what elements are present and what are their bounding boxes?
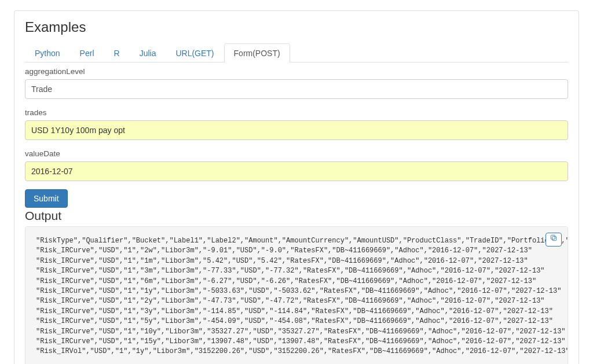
aggregation-level-input[interactable]: [25, 79, 568, 99]
trades-label: trades: [25, 108, 568, 117]
copy-button[interactable]: [546, 233, 562, 247]
language-tabs: Python Perl R Julia URL(GET) Form(POST): [25, 43, 568, 62]
examples-panel: Examples Python Perl R Julia URL(GET) Fo…: [14, 10, 579, 364]
tab-r[interactable]: R: [104, 43, 130, 62]
copy-icon: [550, 234, 558, 245]
aggregation-level-label: aggregationLevel: [25, 67, 568, 76]
output-text: "RiskType","Qualifier","Bucket","Label1"…: [36, 237, 568, 355]
output-heading: Output: [25, 209, 568, 223]
svg-rect-0: [552, 236, 557, 240]
section-title: Examples: [25, 19, 568, 35]
output-box: "RiskType","Qualifier","Bucket","Label1"…: [25, 226, 568, 364]
value-date-input[interactable]: [25, 161, 568, 181]
tab-url-get[interactable]: URL(GET): [166, 43, 224, 62]
submit-button[interactable]: Submit: [25, 189, 68, 208]
tab-form-post[interactable]: Form(POST): [224, 43, 290, 62]
tab-python[interactable]: Python: [25, 43, 70, 62]
tab-perl[interactable]: Perl: [70, 43, 104, 62]
tab-julia[interactable]: Julia: [130, 43, 166, 62]
svg-rect-1: [551, 235, 555, 239]
value-date-label: valueDate: [25, 149, 568, 158]
trades-input[interactable]: [25, 120, 568, 140]
